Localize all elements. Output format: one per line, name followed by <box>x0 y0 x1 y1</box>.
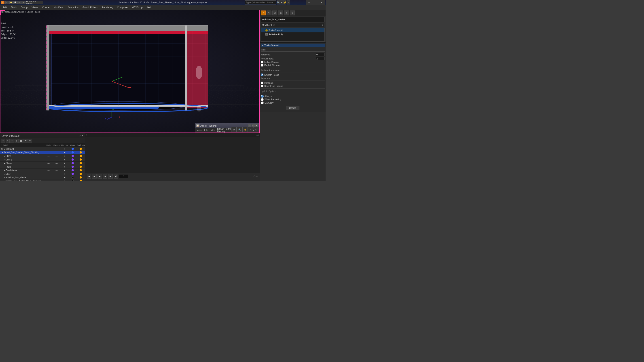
modifier-editable-poly[interactable]: Editable Poly <box>261 32 324 36</box>
layer-radiosity-smart-bus <box>77 151 85 154</box>
menu-group[interactable]: Group <box>19 5 30 9</box>
layer-row-smart-bus-2[interactable]: ▸ Smart_Bus_Shelter_Virus_Blocking — — ☀ <box>0 179 85 181</box>
svg-rect-34 <box>185 25 187 110</box>
layer-row-default[interactable]: ⬡ 0 (default) ☀ <box>0 147 85 151</box>
smooth-result-checkbox[interactable] <box>261 73 264 76</box>
display-tab[interactable]: ☀ <box>284 10 289 15</box>
manually-radio[interactable] <box>261 101 264 104</box>
explicit-normals-row: Explicit Normals <box>261 64 325 67</box>
layer-row-chairs[interactable]: ▸ Chairs — — ☀ <box>0 162 85 165</box>
when-rendering-radio[interactable] <box>261 98 264 101</box>
maximize-button[interactable]: □ <box>312 0 318 5</box>
utilities-tab[interactable]: ⚙ <box>290 10 295 15</box>
asset-menu-paths[interactable]: Paths <box>210 129 216 131</box>
menu-edit[interactable]: Edit <box>1 5 9 9</box>
iterations-input[interactable] <box>316 53 325 56</box>
redo-button[interactable]: ↪ <box>22 1 25 4</box>
modifier-turbosmooth[interactable]: TurboSmooth <box>261 28 324 32</box>
search-button[interactable]: 🔍 <box>276 0 280 4</box>
layer-row-door[interactable]: ▸ Door — — ☀ <box>0 172 85 176</box>
save-button[interactable]: 💾 <box>14 1 17 4</box>
maximize-viewport-btn[interactable]: ⊡ <box>254 127 259 132</box>
explicit-normals-checkbox[interactable] <box>261 64 264 67</box>
menu-help[interactable]: Help <box>146 5 154 9</box>
turbosmooth-header[interactable]: ▼ TurboSmooth <box>261 43 325 47</box>
zoom-btn[interactable]: 🔍 <box>237 127 242 132</box>
search-icons: 🔍 ◈ ⚡ ? <box>276 0 290 4</box>
layers-close-btn[interactable]: ✕ <box>82 134 84 137</box>
smoothing-groups-checkbox[interactable] <box>261 85 264 87</box>
timeline-ruler: 0 100 <box>85 133 260 137</box>
search-option-1[interactable]: ◈ <box>280 0 283 4</box>
isoline-checkbox[interactable] <box>261 61 264 63</box>
next-key-btn[interactable]: ▶ <box>108 174 113 179</box>
pan-btn[interactable]: ✋ <box>242 127 248 132</box>
menu-rendering[interactable]: Rendering <box>100 5 115 9</box>
render-iters-input[interactable] <box>316 57 325 60</box>
turbosmooth-visibility[interactable] <box>266 29 268 31</box>
layer-render-glass: ☀ <box>60 155 69 157</box>
menu-compose[interactable]: Compose <box>116 5 130 9</box>
undo-button[interactable]: ↩ <box>18 1 21 4</box>
orbit-btn[interactable]: ↻ <box>248 127 253 132</box>
col-header-radiosity: Radiosity <box>77 144 85 146</box>
layer-delete-btn[interactable]: ✕ <box>6 139 10 143</box>
isoline-row: Isoline Display <box>261 60 325 64</box>
menu-maxscript[interactable]: MAXScript <box>130 5 145 9</box>
layer-row-conditioner[interactable]: ▸ Conditioner — — ☀ <box>0 169 85 172</box>
layers-question-btn[interactable]: ? <box>79 134 80 137</box>
frame-counter[interactable] <box>119 174 128 178</box>
manually-label: Manually <box>264 102 274 104</box>
search-option-2[interactable]: ⚡ <box>283 0 286 4</box>
search-input[interactable] <box>245 0 276 4</box>
stop-btn[interactable]: ■ <box>103 174 107 179</box>
prev-frame-btn[interactable]: |◀ <box>87 174 91 179</box>
create-tab[interactable]: ✦ <box>261 10 266 15</box>
layer-select-objects-btn[interactable]: ◈ <box>14 139 18 143</box>
next-frame-btn[interactable]: ▶| <box>114 174 118 179</box>
asset-menu-server[interactable]: Server <box>196 129 202 131</box>
layer-row-smart-bus[interactable]: ▸ Smart_Bus_Shelter_Virus_Blocking — — ☀ <box>0 151 85 154</box>
object-name-field[interactable]: antivirus_bus_shelter <box>261 17 325 22</box>
timeline-track-area[interactable] <box>85 137 260 173</box>
modifier-list-label[interactable]: Modifier List ▼ <box>261 23 325 27</box>
viewport[interactable]: +][Perspective][Shaded + Edged Faces] To… <box>0 10 260 133</box>
play-btn[interactable]: ▶ <box>98 174 102 179</box>
new-button[interactable]: ◻ <box>5 1 9 4</box>
smoothing-groups-row: Smoothing Groups <box>261 84 325 88</box>
menu-animation[interactable]: Animation <box>66 5 80 9</box>
window-controls: ─ □ ✕ <box>306 0 325 5</box>
always-radio[interactable] <box>261 95 264 98</box>
update-button[interactable]: Update <box>286 106 300 110</box>
prev-key-btn[interactable]: ◀ <box>92 174 96 179</box>
layer-new-btn[interactable]: ✦ <box>1 139 5 143</box>
layer-set-current-btn[interactable]: ⬤ <box>19 139 23 143</box>
layer-row-antivirus[interactable]: ▸ antivirus_bus_shelter — — ☀ <box>0 176 85 179</box>
close-button[interactable]: ✕ <box>318 0 325 5</box>
asset-menu-file[interactable]: File <box>204 129 208 131</box>
menu-modifiers[interactable]: Modifiers <box>52 5 65 9</box>
svg-rect-4 <box>47 31 208 34</box>
modify-tab[interactable]: ✎ <box>266 10 272 15</box>
minimize-button[interactable]: ─ <box>306 0 312 5</box>
workspace-dropdown[interactable]: Workspace: Default <box>26 1 44 4</box>
layer-hide-all-btn[interactable]: 👁 <box>24 139 28 143</box>
col-header-color: Color <box>69 144 77 146</box>
layer-add-selection-btn[interactable]: + <box>10 139 14 143</box>
open-button[interactable]: 📁 <box>10 1 13 4</box>
zoom-extents-btn[interactable]: ⊞ <box>231 127 236 132</box>
layer-freeze-all-btn[interactable]: ❄ <box>28 139 32 143</box>
layer-row-glass[interactable]: ▸ Glass — — ☀ <box>0 154 85 158</box>
modifier-list-dropdown-arrow[interactable]: ▼ <box>322 24 324 26</box>
menu-tools[interactable]: Tools <box>9 5 18 9</box>
motion-tab[interactable]: ◉ <box>278 10 283 15</box>
layer-row-table[interactable]: ▸ Table — — ☀ <box>0 165 85 169</box>
materials-checkbox[interactable] <box>261 81 264 84</box>
menu-create[interactable]: Create <box>40 5 51 9</box>
search-option-3[interactable]: ? <box>287 0 290 4</box>
menu-graph-editors[interactable]: Graph Editors <box>81 5 100 9</box>
layer-row-ceiling[interactable]: ▸ Ceiling — — ☀ <box>0 158 85 162</box>
hierarchy-tab[interactable]: ⬡ <box>272 10 277 15</box>
stat-polys: Polys: 59,547 <box>1 25 16 29</box>
menu-views[interactable]: Views <box>30 5 40 9</box>
